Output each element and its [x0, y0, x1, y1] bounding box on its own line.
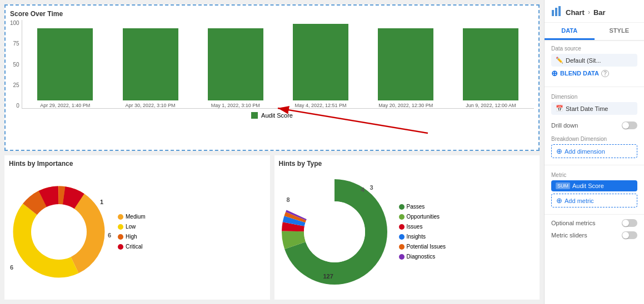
plus-icon-metric: ⊕ — [556, 196, 562, 205]
hints-importance-wrapper: 1 6 6 Medium Low High Critical — [9, 171, 266, 293]
optional-metrics-wrapper: Optional metrics — [545, 217, 644, 229]
score-chart-title: Score Over Time — [10, 10, 534, 18]
bar-label: Apr 30, 2022, 3:10 PM — [125, 103, 175, 108]
importance-legend: Medium Low High Critical — [118, 212, 146, 252]
dimension-section: Dimension 📅 Start Date Time — [545, 89, 644, 119]
hints-by-importance-panel: Hints by Importance 1 6 6 — [4, 155, 270, 300]
bar-chart: Apr 29, 2022, 1:40 PMApr 30, 2022, 3:10 … — [22, 20, 534, 109]
panel-subtitle: Bar — [593, 8, 606, 17]
panel-separator: › — [588, 8, 590, 16]
svg-point-13 — [304, 201, 365, 262]
data-source-value: Default (Sit... — [566, 57, 601, 64]
type-label-4: 4 — [361, 186, 364, 193]
divider-3 — [545, 214, 644, 215]
breakdown-label: Breakdown Dimension — [551, 136, 637, 142]
metric-sliders-toggle[interactable] — [622, 231, 637, 239]
bottom-charts: Hints by Importance 1 6 6 — [4, 155, 540, 300]
add-dimension-button[interactable]: ⊕ Add dimension — [551, 144, 637, 158]
dimension-value: Start Date Time — [566, 105, 608, 112]
plus-icon-dim: ⊕ — [556, 147, 562, 155]
dimension-field[interactable]: 📅 Start Date Time — [551, 102, 637, 115]
bar-group: Jun 9, 2022, 12:00 AM — [453, 28, 528, 109]
bar-group: Apr 30, 2022, 3:10 PM — [113, 28, 188, 109]
type-donut-svg — [279, 176, 390, 287]
pencil-icon: ✏️ — [556, 57, 563, 64]
bar-group: May 4, 2022, 12:51 PM — [283, 24, 358, 108]
bar-label: Jun 9, 2022, 12:00 AM — [466, 103, 516, 108]
type-label-8: 8 — [287, 196, 290, 203]
bar-label: May 20, 2022, 12:30 PM — [378, 103, 433, 108]
metric-sliders-wrapper: Metric sliders — [545, 229, 644, 241]
svg-rect-16 — [558, 6, 561, 16]
data-source-field[interactable]: ✏️ Default (Sit... — [551, 54, 637, 67]
bar-label: Apr 29, 2022, 1:40 PM — [40, 103, 90, 108]
importance-label-6-left: 6 — [10, 264, 13, 271]
hints-by-type-panel: Hints by Type — [274, 155, 540, 300]
bar — [208, 28, 263, 101]
plus-icon: ⊕ — [551, 69, 558, 78]
bar — [123, 28, 178, 101]
drill-down-toggle[interactable] — [622, 121, 637, 129]
audit-score-legend-color — [251, 112, 258, 119]
svg-rect-14 — [552, 10, 554, 16]
score-chart-container: Score Over Time 100 75 50 25 0 Apr 29, 2… — [4, 4, 540, 151]
hints-type-title: Hints by Type — [279, 160, 536, 168]
sum-label: SUM — [556, 183, 570, 189]
tab-style[interactable]: STYLE — [595, 23, 645, 40]
metric-section: Metric SUM Audit Score ⊕ Add metric — [545, 168, 644, 212]
chart-legend: Audit Score — [10, 112, 534, 119]
breakdown-section: Breakdown Dimension ⊕ Add dimension — [545, 131, 644, 163]
right-panel: Chart › Bar DATA STYLE Data source ✏️ De… — [544, 0, 644, 304]
bar-group: Apr 29, 2022, 1:40 PM — [28, 28, 103, 109]
main-content: Score Over Time 100 75 50 25 0 Apr 29, 2… — [0, 0, 544, 304]
type-legend: Passes Opportunities Issues Insights Pot… — [399, 202, 446, 262]
metric-label: Metric — [551, 172, 637, 178]
calendar-icon: 📅 — [556, 105, 563, 112]
svg-rect-15 — [555, 8, 557, 16]
bar — [463, 28, 518, 101]
bar — [37, 28, 93, 101]
audit-score-legend-label: Audit Score — [261, 112, 293, 119]
add-metric-button[interactable]: ⊕ Add metric — [551, 194, 637, 207]
optional-metrics-toggle[interactable] — [622, 219, 637, 227]
divider-2 — [545, 165, 644, 165]
bar-label: May 1, 2022, 3:10 PM — [211, 103, 260, 108]
drill-down-label: Drill down — [551, 122, 578, 129]
bar-group: May 20, 2022, 12:30 PM — [368, 28, 443, 109]
panel-header: Chart › Bar — [545, 0, 644, 23]
importance-donut-svg — [9, 182, 109, 282]
metric-chip[interactable]: SUM Audit Score — [551, 180, 637, 191]
bar-label: May 4, 2022, 12:51 PM — [294, 103, 346, 108]
blend-data-button[interactable]: ⊕ BLEND DATA ? — [551, 67, 637, 80]
svg-point-6 — [31, 204, 87, 260]
optional-metrics-label: Optional metrics — [551, 220, 595, 226]
help-icon: ? — [601, 70, 609, 77]
panel-tabs: DATA STYLE — [545, 23, 644, 41]
hints-importance-title: Hints by Importance — [9, 160, 266, 168]
dimension-label: Dimension — [551, 94, 637, 100]
bar-group: May 1, 2022, 3:10 PM — [198, 28, 273, 109]
bar — [293, 24, 348, 100]
tab-data[interactable]: DATA — [545, 23, 595, 40]
hints-type-wrapper: 127 8 4 3 Passes Opportunities Issues In… — [279, 171, 536, 293]
importance-label-1: 1 — [100, 199, 103, 205]
drill-down-toggle-wrapper: Drill down — [545, 119, 644, 131]
data-source-section: Data source ✏️ Default (Sit... ⊕ BLEND D… — [545, 41, 644, 84]
y-axis-labels: 100 75 50 25 0 — [10, 20, 19, 109]
metric-value: Audit Score — [572, 183, 604, 189]
bar-chart-icon — [551, 6, 562, 19]
importance-label-6-right: 6 — [108, 232, 111, 239]
metric-sliders-label: Metric sliders — [551, 232, 587, 239]
panel-title: Chart — [566, 8, 585, 17]
data-source-label: Data source — [551, 45, 637, 52]
bar — [378, 28, 433, 101]
type-label-127: 127 — [323, 273, 333, 280]
type-label-3: 3 — [370, 184, 373, 191]
divider-1 — [545, 87, 644, 87]
